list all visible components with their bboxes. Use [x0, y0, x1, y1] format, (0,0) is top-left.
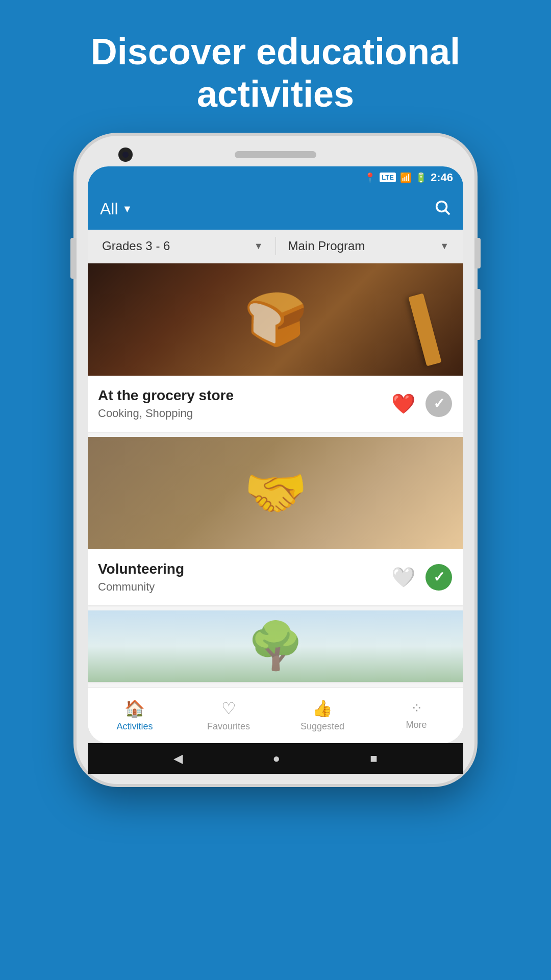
card-text-volunteer: Volunteering Community: [98, 561, 389, 594]
back-button[interactable]: ◀: [173, 751, 183, 766]
park-image: [88, 610, 463, 682]
filter-bar: Grades 3 - 6 ▼ Main Program ▼: [88, 230, 463, 263]
bottom-navigation: 🏠 Activities ♡ Favourites 👍 Suggested ⁘ …: [88, 687, 463, 743]
front-camera: [118, 148, 133, 162]
card-actions-volunteer: 🤍: [389, 563, 453, 592]
home-icon: 🏠: [124, 699, 145, 718]
hero-section: Discover educational activities: [0, 0, 551, 136]
lte-indicator: LTE: [380, 173, 396, 182]
nav-item-favourites[interactable]: ♡ Favourites: [182, 699, 276, 732]
card-title-grocery: At the grocery store: [98, 387, 389, 404]
volume-button: [70, 238, 77, 279]
card-title-volunteer: Volunteering: [98, 561, 389, 577]
status-icons: 📍 LTE 📶 🔋 2:46: [364, 171, 453, 184]
grade-filter[interactable]: Grades 3 - 6 ▼: [96, 235, 269, 257]
search-button[interactable]: [434, 199, 451, 220]
complete-button-volunteer[interactable]: [424, 563, 453, 592]
check-grey-icon: [425, 390, 452, 417]
nav-item-more[interactable]: ⁘ More: [369, 700, 463, 730]
heart-nav-icon: ♡: [221, 699, 236, 718]
content-area: At the grocery store Cooking, Shopping ❤…: [88, 263, 463, 687]
complete-button-grocery[interactable]: [424, 389, 453, 418]
nav-label-activities: Activities: [116, 721, 153, 732]
home-button[interactable]: ●: [272, 751, 280, 766]
card-subtitle-grocery: Cooking, Shopping: [98, 407, 389, 420]
nav-item-activities[interactable]: 🏠 Activities: [88, 699, 182, 732]
hero-title: Discover educational activities: [0, 0, 551, 136]
program-chevron-icon: ▼: [440, 241, 449, 252]
chevron-down-icon: ▼: [122, 203, 133, 215]
card-subtitle-volunteer: Community: [98, 580, 389, 594]
like-button-volunteer[interactable]: 🤍: [389, 563, 417, 592]
android-nav-bar: ◀ ● ■: [88, 743, 463, 774]
status-bar: 📍 LTE 📶 🔋 2:46: [88, 166, 463, 189]
activity-card: At the grocery store Cooking, Shopping ❤…: [88, 263, 463, 432]
volunteer-image: [88, 437, 463, 549]
program-filter[interactable]: Main Program ▼: [282, 235, 456, 257]
recent-button[interactable]: ■: [370, 751, 378, 766]
card-image-volunteer[interactable]: [88, 437, 463, 549]
card-body-volunteer: Volunteering Community 🤍: [88, 549, 463, 605]
activity-card-volunteer: Volunteering Community 🤍: [88, 437, 463, 605]
app-bar: All ▼: [88, 189, 463, 230]
battery-icon: 🔋: [415, 172, 427, 183]
program-filter-text: Main Program: [288, 239, 365, 253]
volume-button-right: [474, 289, 481, 340]
heart-filled-icon: ❤️: [391, 393, 415, 415]
grade-filter-text: Grades 3 - 6: [102, 239, 170, 253]
location-icon: 📍: [364, 172, 375, 183]
svg-line-1: [445, 210, 449, 214]
more-icon: ⁘: [411, 700, 422, 717]
card-text-grocery: At the grocery store Cooking, Shopping: [98, 387, 389, 420]
filter-label: All: [100, 200, 118, 218]
card-image-grocery[interactable]: [88, 263, 463, 376]
like-button-grocery[interactable]: ❤️: [389, 389, 417, 418]
power-button: [474, 238, 481, 268]
clock: 2:46: [431, 171, 453, 184]
check-green-icon: [425, 564, 452, 591]
card-body-grocery: At the grocery store Cooking, Shopping ❤…: [88, 376, 463, 432]
cooking-image: [88, 263, 463, 376]
svg-point-0: [437, 201, 447, 211]
nav-item-suggested[interactable]: 👍 Suggested: [276, 699, 369, 732]
activity-card-park: [88, 610, 463, 682]
card-image-park[interactable]: [88, 610, 463, 682]
heart-empty-icon: 🤍: [391, 566, 415, 589]
grade-chevron-icon: ▼: [254, 241, 263, 252]
card-actions-grocery: ❤️: [389, 389, 453, 418]
phone-screen: 📍 LTE 📶 🔋 2:46 All ▼ Grades: [88, 166, 463, 743]
thumbs-up-icon: 👍: [312, 699, 333, 718]
phone-top-hardware: [88, 151, 463, 158]
earpiece-speaker: [235, 151, 316, 158]
signal-icon: 📶: [400, 172, 411, 183]
nav-label-suggested: Suggested: [300, 721, 344, 732]
nav-label-favourites: Favourites: [207, 721, 250, 732]
phone-frame: 📍 LTE 📶 🔋 2:46 All ▼ Grades: [77, 136, 474, 784]
filter-dropdown[interactable]: All ▼: [100, 200, 132, 218]
filter-divider: [276, 237, 276, 255]
nav-label-more: More: [406, 720, 427, 730]
